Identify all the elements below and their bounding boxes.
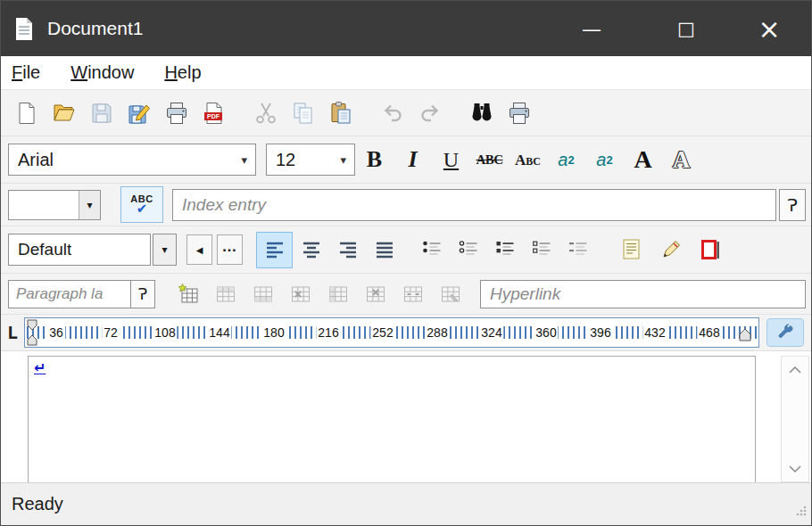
find-button[interactable] [463, 95, 501, 131]
vertical-scrollbar[interactable] [781, 356, 809, 482]
open-button[interactable] [46, 95, 83, 131]
insert-index-mark-button[interactable]: Ɂ [779, 189, 806, 221]
menubar: File Window Help [1, 56, 811, 90]
menu-help[interactable]: Help [164, 62, 208, 83]
close-button[interactable]: × [742, 1, 796, 56]
align-left-icon [265, 240, 285, 259]
save-as-button[interactable] [120, 95, 158, 131]
style-combobox[interactable]: Default [8, 234, 151, 266]
align-left-button[interactable] [256, 232, 293, 268]
spell-check-button[interactable]: ABC ✔ [120, 186, 163, 223]
app-window: Document1 — □ × File Window Help [0, 0, 812, 526]
page-frame-button[interactable] [691, 232, 730, 268]
paragraph-label-input[interactable] [8, 280, 131, 308]
statusbar: Ready [1, 482, 811, 525]
ruler-settings-button[interactable] [766, 318, 804, 347]
index-combobox[interactable]: ▾ [8, 190, 101, 220]
italic-button[interactable]: I [394, 141, 432, 178]
ruler-label: 108 [153, 325, 177, 340]
print-button[interactable] [158, 95, 195, 131]
export-pdf-button[interactable]: PDF [195, 95, 233, 131]
bullet-list-button[interactable] [413, 232, 450, 268]
underline-button[interactable]: U [432, 141, 470, 178]
font-outline-button[interactable]: A [662, 141, 700, 178]
bold-button[interactable]: B [355, 141, 394, 178]
circle-list-icon [459, 240, 478, 259]
cut-button[interactable] [247, 95, 285, 131]
wrench-icon [775, 323, 795, 342]
chevron-down-icon: ▾ [79, 191, 100, 219]
font-size-combobox[interactable]: 12 ▾ [266, 144, 355, 176]
subscript-button[interactable]: a2 [585, 141, 624, 178]
align-center-button[interactable] [293, 232, 329, 268]
hyperlink-input[interactable] [480, 280, 806, 308]
close-icon: × [758, 13, 780, 45]
scroll-down-button[interactable] [782, 458, 808, 480]
ruler-label: 360 [534, 325, 558, 340]
window-title: Document1 [47, 18, 143, 39]
check-icon: ✔ [137, 202, 148, 216]
previous-style-button[interactable]: ◀ [186, 234, 212, 265]
font-name-combobox[interactable]: Arial ▾ [8, 144, 256, 176]
merge-cells-button[interactable] [394, 277, 432, 311]
strikethrough-button[interactable]: ABC [470, 141, 509, 178]
font-size-value: 12 [276, 150, 295, 170]
table-properties-button[interactable] [432, 277, 469, 311]
minimize-button[interactable]: — [565, 1, 618, 56]
undo-button[interactable] [374, 95, 411, 131]
menu-file[interactable]: File [12, 62, 47, 83]
left-indent-marker[interactable] [26, 319, 38, 349]
align-justify-button[interactable] [366, 232, 402, 268]
page-text-button[interactable] [612, 232, 651, 268]
index-entry-input[interactable] [172, 189, 776, 221]
font-color-button[interactable]: A [624, 141, 662, 178]
small-caps-button[interactable]: Abc [509, 141, 547, 178]
document-page[interactable]: ↵ [28, 356, 756, 482]
superscript-exponent: 2 [568, 154, 574, 166]
style-dropdown-button[interactable]: ▾ [153, 234, 177, 266]
delete-column-button[interactable] [357, 277, 394, 311]
align-right-button[interactable] [329, 232, 366, 268]
ruler[interactable]: 36 72 108 144 180 216 252 288 324 360 39… [24, 317, 759, 348]
insert-row-button[interactable] [207, 277, 244, 311]
new-document-button[interactable] [8, 95, 46, 131]
paste-button[interactable] [322, 95, 360, 131]
menu-window[interactable]: Window [70, 62, 141, 83]
insert-column-button[interactable] [319, 277, 357, 311]
new-document-icon [14, 101, 39, 126]
svg-text:PDF: PDF [207, 113, 220, 119]
superscript-button[interactable]: a2 [547, 141, 585, 178]
insert-column-icon [327, 283, 350, 306]
ruler-label: 144 [207, 325, 231, 340]
more-styles-button[interactable]: … [217, 234, 243, 265]
print-preview-button[interactable] [501, 95, 538, 131]
right-indent-marker[interactable] [739, 328, 751, 345]
ruler-label: 180 [261, 325, 286, 340]
dash-list-button[interactable] [559, 232, 596, 268]
maximize-button[interactable]: □ [659, 1, 713, 56]
ruler-label: 432 [642, 325, 667, 340]
copy-button[interactable] [285, 95, 322, 131]
delete-row-button[interactable] [282, 277, 319, 311]
paragraph-mark-button[interactable]: Ɂ [130, 280, 155, 308]
open-square-list-button[interactable] [523, 232, 559, 268]
insert-row-icon [214, 283, 237, 306]
save-button[interactable] [83, 95, 120, 131]
circle-list-button[interactable] [450, 232, 486, 268]
redo-button[interactable] [411, 95, 449, 131]
insert-table-button[interactable] [170, 277, 207, 311]
tab-stop-selector[interactable]: L [1, 315, 24, 350]
maximize-icon: □ [677, 18, 695, 39]
resize-grip[interactable] [795, 501, 808, 522]
scroll-up-button[interactable] [782, 358, 808, 380]
paragraph-mark: ↵ [34, 359, 46, 376]
export-pdf-icon: PDF [202, 101, 227, 126]
square-list-button[interactable] [486, 232, 523, 268]
append-row-icon [252, 283, 275, 306]
dash-list-icon [568, 240, 588, 259]
titlebar[interactable]: Document1 — □ × [1, 1, 811, 56]
delete-row-icon [289, 283, 312, 306]
format-pen-button[interactable] [651, 232, 691, 268]
append-row-button[interactable] [244, 277, 282, 311]
ruler-label: 72 [102, 325, 120, 340]
